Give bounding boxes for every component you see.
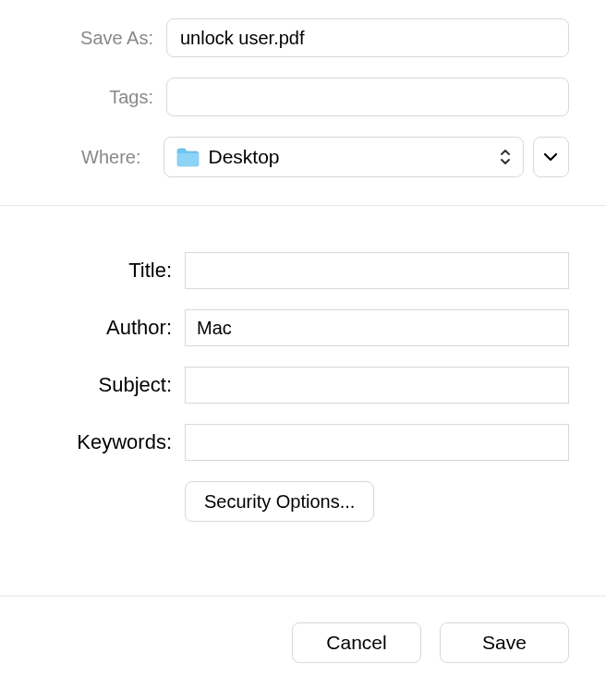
save-as-input[interactable]: [166, 18, 569, 57]
footer: Cancel Save: [0, 596, 606, 700]
save-as-label: Save As:: [37, 28, 166, 49]
keywords-input[interactable]: [185, 424, 569, 461]
title-label: Title:: [37, 259, 185, 283]
cancel-button[interactable]: Cancel: [292, 622, 421, 663]
save-button[interactable]: Save: [440, 622, 569, 663]
where-label: Where:: [37, 147, 154, 168]
stepper-icon: [499, 148, 512, 166]
subject-input[interactable]: [185, 367, 569, 404]
chevron-down-icon: [543, 152, 558, 162]
where-selected-text: Desktop: [209, 146, 499, 168]
subject-label: Subject:: [37, 373, 185, 397]
keywords-label: Keywords:: [37, 430, 185, 454]
tags-input[interactable]: [166, 78, 569, 116]
save-panel-top: Save As: Tags: Where: Desktop: [0, 0, 606, 205]
metadata-section: Title: Author: Subject: Keywords: Securi…: [0, 206, 606, 549]
expand-button[interactable]: [533, 137, 570, 177]
author-input[interactable]: [185, 309, 569, 346]
tags-label: Tags:: [37, 87, 166, 108]
security-options-button[interactable]: Security Options...: [185, 481, 374, 522]
folder-icon: [176, 147, 200, 167]
title-input[interactable]: [185, 252, 569, 289]
author-label: Author:: [37, 316, 185, 340]
where-select[interactable]: Desktop: [164, 137, 524, 177]
